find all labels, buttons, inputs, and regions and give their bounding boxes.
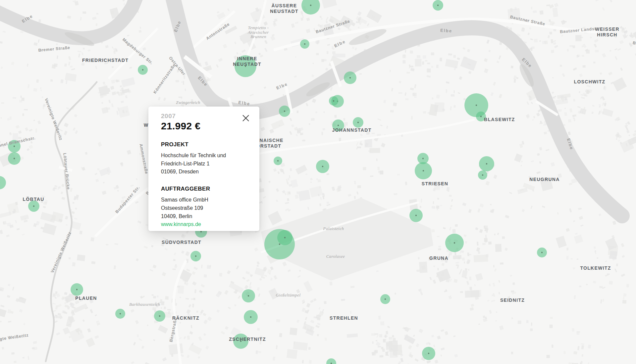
popup-text-line: 10409, Berlin <box>161 212 250 221</box>
project-marker[interactable] <box>409 209 423 222</box>
marker-center-dot <box>486 163 487 164</box>
popup-link[interactable]: www.kinnarps.de <box>161 220 250 229</box>
district-label-tolkewitz: TOLKEWITZ <box>580 265 611 271</box>
street-label: Bautzner Str. <box>632 40 636 51</box>
marker-center-dot <box>248 295 249 296</box>
project-marker[interactable] <box>478 170 487 180</box>
marker-center-dot <box>142 69 143 70</box>
district-label-zschertnitz: ZSCHERTNITZ <box>229 337 266 342</box>
project-marker[interactable] <box>154 310 165 322</box>
marker-center-dot <box>14 146 15 147</box>
project-marker[interactable] <box>445 234 464 252</box>
marker-center-dot <box>33 205 34 207</box>
district-label-striesen: STRIESEN <box>422 181 448 186</box>
project-marker[interactable] <box>138 65 148 75</box>
district-label-blasewitz: BLASEWITZ <box>484 117 515 122</box>
district-label-johannstadt: JOHANNSTADT <box>332 127 371 133</box>
marker-center-dot <box>422 158 424 159</box>
project-marker[interactable] <box>277 230 292 245</box>
close-icon <box>241 114 250 122</box>
marker-center-dot <box>250 316 251 318</box>
marker-center-dot <box>349 77 351 78</box>
district-label-seidnitz: SEIDNITZ <box>500 297 525 303</box>
project-marker[interactable] <box>279 106 290 117</box>
project-marker[interactable] <box>190 251 201 261</box>
project-marker[interactable] <box>316 160 329 173</box>
project-marker[interactable] <box>71 283 83 296</box>
district-label-friedrichstadt: FRIEDRICHSTADT <box>82 58 129 63</box>
project-marker[interactable] <box>242 289 255 302</box>
popup-text-line: 01069, Dresden <box>161 168 250 176</box>
water-label-barkhausenteich: Barkhausenteich <box>129 302 160 307</box>
project-marker[interactable] <box>326 358 336 364</box>
water-label-giesseltuempel: Gießeltümpel <box>276 293 301 297</box>
marker-center-dot <box>195 255 196 257</box>
marker-center-dot <box>338 125 339 126</box>
client-address: Samas office GmbHOstseestraße 10910409, … <box>161 196 250 220</box>
marker-center-dot <box>415 215 417 216</box>
popup-year: 2007 <box>161 113 250 120</box>
marker-center-dot <box>14 158 15 159</box>
street-label: Könneritzstraße <box>152 63 177 95</box>
district-label-suedvorstadt: SÜDVORSTADT <box>162 240 201 245</box>
elbe-river-label: Elbe <box>333 39 346 48</box>
marker-center-dot <box>159 315 160 317</box>
project-marker[interactable] <box>301 0 320 15</box>
street-label: Löbtauer Brücke <box>62 153 71 190</box>
marker-center-dot <box>304 43 305 45</box>
project-marker[interactable] <box>0 176 6 189</box>
popup-text-line: Ostseestraße 109 <box>161 204 250 212</box>
marker-center-dot <box>454 242 455 244</box>
elbe-river <box>0 0 622 361</box>
project-marker[interactable] <box>479 156 494 171</box>
map-canvas[interactable]: ÄUSSERENEUSTADTFRIEDRICHSTADTINNERENEUST… <box>0 0 636 364</box>
water-label-palaisteich: Palaisteich <box>323 226 344 231</box>
marker-center-dot <box>357 122 359 123</box>
project-marker[interactable] <box>380 294 390 304</box>
project-address: Hochschule für Technik undFriedrich-List… <box>161 152 250 176</box>
map-page: ÄUSSERENEUSTADTFRIEDRICHSTADTINNERENEUST… <box>0 0 636 364</box>
project-marker[interactable] <box>537 248 547 257</box>
marker-center-dot <box>482 174 483 176</box>
project-marker[interactable] <box>433 0 443 11</box>
marker-center-dot <box>76 289 78 290</box>
marker-center-dot <box>322 166 323 167</box>
district-label-innere-neustadt: INNERENEUSTADT <box>233 56 261 67</box>
project-marker[interactable] <box>244 310 258 324</box>
project-marker[interactable] <box>344 71 356 84</box>
marker-center-dot <box>200 231 202 232</box>
marker-center-dot <box>437 5 439 6</box>
marker-center-dot <box>428 353 429 354</box>
marker-center-dot <box>385 298 386 300</box>
client-heading: AUFTRAGGEBER <box>161 186 250 192</box>
marker-center-dot <box>333 100 334 102</box>
project-marker[interactable] <box>115 309 125 319</box>
project-marker[interactable] <box>329 96 338 106</box>
district-label-aeussere-neustadt: ÄUSSERENEUSTADT <box>270 3 298 14</box>
project-marker[interactable] <box>353 117 363 128</box>
project-marker[interactable] <box>422 347 435 360</box>
street-label: Vereinigte Weißeritz <box>0 333 29 344</box>
street-label: Vereinigte Weißeritz <box>50 231 73 274</box>
map-buildings-texture <box>0 0 636 364</box>
project-marker[interactable] <box>274 157 282 165</box>
street-label: Ammonstraße <box>138 143 149 174</box>
marker-center-dot <box>284 237 286 238</box>
popup-text-line: Samas office GmbH <box>161 196 250 204</box>
project-marker[interactable] <box>8 152 21 165</box>
district-label-gruna: GRUNA <box>429 255 449 261</box>
project-marker[interactable] <box>300 39 309 49</box>
district-label-loschwitz: LOSCHWITZ <box>574 79 606 84</box>
project-marker[interactable] <box>28 201 39 212</box>
project-heading: PROJEKT <box>161 141 250 148</box>
project-marker[interactable] <box>415 162 432 179</box>
street-label: Budapester Str. <box>114 185 140 214</box>
water-label-carolasee: Carolasee <box>326 254 345 259</box>
marker-center-dot <box>284 111 285 112</box>
street-label: Bremer Straße <box>38 45 70 53</box>
marker-center-dot <box>423 170 424 171</box>
water-label-tempietto-artesischer-brunnen: Tempietto -ArtesischerBrunnen <box>247 25 269 39</box>
water-label-zwingerteich: Zwingerteich <box>176 100 200 105</box>
close-button[interactable] <box>241 114 250 122</box>
popup-amount: 21.992 € <box>161 120 250 132</box>
